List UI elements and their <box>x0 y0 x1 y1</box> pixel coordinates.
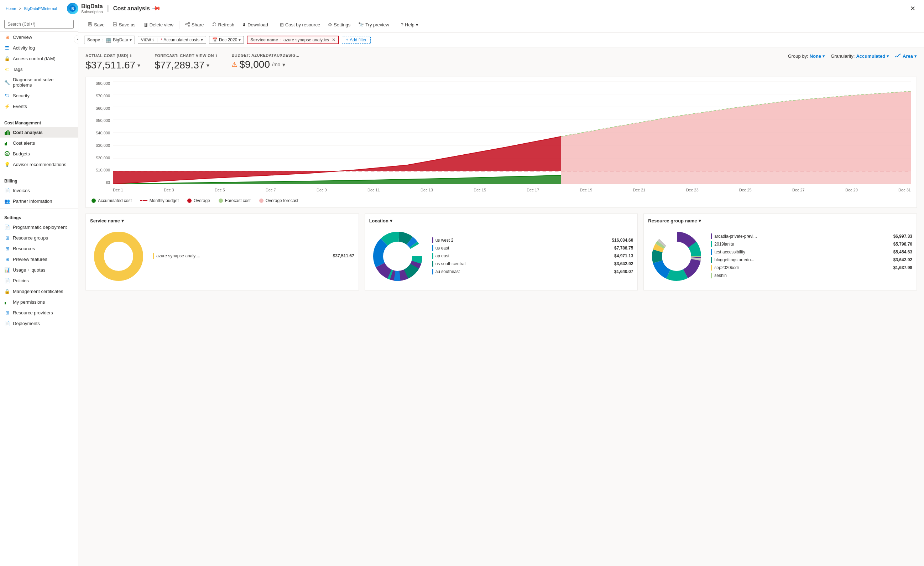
help-button[interactable]: ? Help ▾ <box>398 21 422 29</box>
breadcrumb-home[interactable]: Home <box>6 6 16 11</box>
group-controls: Group by: None ▾ Granularity: Accumulate… <box>788 53 917 59</box>
stats-row: ACTUAL COST (USD) ℹ $37,511.67 ▾ FORECAS… <box>86 53 917 71</box>
sidebar-item-tags[interactable]: 🏷 Tags <box>0 64 78 74</box>
cost-by-resource-button[interactable]: ⊞ Cost by resource <box>276 21 324 29</box>
try-preview-button[interactable]: 🔭 Try preview <box>355 21 393 29</box>
sidebar-item-overview[interactable]: ⊞ Overview <box>0 32 78 42</box>
rg-bloggetting-value: $3,642.92 <box>893 257 912 262</box>
sidebar-label-cost-alerts: Cost alerts <box>13 140 35 146</box>
sidebar-item-mgmt-certs[interactable]: 🔒 Management certificates <box>0 286 78 297</box>
sidebar-item-events[interactable]: ⚡ Events <box>0 101 78 111</box>
y-label-70k: $70,000 <box>96 94 110 98</box>
sidebar-item-my-permissions[interactable]: My permissions <box>0 297 78 307</box>
sidebar-label-policies: Policies <box>13 278 29 283</box>
cost-management-section-label: Cost Management <box>0 116 78 127</box>
sidebar-item-cost-alerts[interactable]: Cost alerts <box>0 138 78 148</box>
billing-section-label: Billing <box>0 174 78 185</box>
sidebar-search-area <box>0 17 78 32</box>
donut-header-location[interactable]: Location ▾ <box>369 218 633 223</box>
top-bar: Home > BigDataPMInternal B BigData Subsc… <box>0 0 924 17</box>
donut-header-resource-group[interactable]: Resource group name ▾ <box>648 218 912 223</box>
date-filter[interactable]: 📅 Dec 2020 ▾ <box>209 36 244 44</box>
legend-dot-overage-forecast <box>259 199 264 203</box>
sidebar-item-security[interactable]: 🛡 Security <box>0 90 78 101</box>
breadcrumb-sub[interactable]: BigDataPMInternal <box>24 6 57 11</box>
sidebar-item-partner-info[interactable]: 👥 Partner information <box>0 196 78 206</box>
donut-legend-service: azure synapse analyt... $37,511.67 <box>153 253 354 261</box>
download-button[interactable]: ⬇ Download <box>238 21 272 29</box>
svg-rect-4 <box>8 130 9 135</box>
settings-button[interactable]: ⚙ Settings <box>324 21 354 29</box>
donut-content-service: azure synapse analyt... $37,511.67 <box>90 228 354 286</box>
sidebar-item-diagnose[interactable]: 🔧 Diagnose and solve problems <box>0 74 78 90</box>
actual-cost-arrow[interactable]: ▾ <box>138 62 140 69</box>
svg-line-17 <box>187 23 188 24</box>
sidebar-item-invoices[interactable]: 📄 Invoices <box>0 185 78 196</box>
svg-rect-7 <box>6 142 7 145</box>
donut-chevron-resource-group: ▾ <box>699 218 701 223</box>
sidebar-item-advisor[interactable]: 💡 Advisor recommendations <box>0 159 78 170</box>
service-filter-close[interactable]: ✕ <box>332 38 335 42</box>
granularity-value: Accumulated <box>856 53 885 59</box>
close-button[interactable]: ✕ <box>907 2 918 15</box>
budget-arrow[interactable]: ▾ <box>282 61 285 68</box>
save-as-button[interactable]: Save as <box>109 20 139 29</box>
legend-dot-overage <box>187 199 192 203</box>
partner-info-icon: 👥 <box>4 198 10 204</box>
legend-dot-forecast <box>219 199 223 203</box>
service-filter-label: Service name <box>250 38 278 42</box>
loc-ausoutheast: au southeast $1,640.07 <box>432 269 633 274</box>
sidebar-item-preview-features[interactable]: ⊞ Preview features <box>0 254 78 265</box>
donut-header-service[interactable]: Service name ▾ <box>90 218 354 223</box>
area-control[interactable]: Area ▾ <box>895 53 917 59</box>
search-input[interactable] <box>4 20 74 29</box>
legend-label-budget: Monthly budget <box>150 198 179 203</box>
save-button[interactable]: Save <box>84 20 108 29</box>
y-label-10k: $10,000 <box>96 168 110 172</box>
pin-icon[interactable]: 📌 <box>152 3 161 14</box>
sidebar-item-activity-log[interactable]: ☰ Activity log <box>0 42 78 53</box>
sidebar-item-deployments[interactable]: 📄 Deployments <box>0 318 78 329</box>
loc-useast-value: $7,788.75 <box>614 245 633 251</box>
sidebar-item-usage-quotas[interactable]: 📊 Usage + quotas <box>0 265 78 275</box>
deployments-icon: 📄 <box>4 321 10 326</box>
rg-arcadia-bar <box>711 233 712 239</box>
forecast-arrow[interactable]: ▾ <box>207 62 209 69</box>
donuts-row: Service name ▾ <box>86 214 917 291</box>
chart-container: $80,000 $70,000 $60,000 $50,000 $40,000 … <box>86 77 917 208</box>
svg-rect-12 <box>89 23 91 24</box>
share-button[interactable]: Share <box>182 20 208 29</box>
download-icon: ⬇ <box>242 22 246 27</box>
scope-filter[interactable]: Scope : 🏢 BigData ▾ <box>84 36 135 44</box>
rg-test-value: $5,454.63 <box>893 250 912 254</box>
granularity-control[interactable]: Granularity: Accumulated ▾ <box>831 53 889 59</box>
group-by-control[interactable]: Group by: None ▾ <box>788 53 825 59</box>
sidebar-item-access-control[interactable]: 🔒 Access control (IAM) <box>0 53 78 64</box>
view-separator-left: | <box>157 38 158 42</box>
loc-apeast: ap east $4,971.13 <box>432 253 633 259</box>
x-dec9: Dec 9 <box>316 188 327 192</box>
sidebar-item-budgets[interactable]: $ Budgets <box>0 148 78 159</box>
sidebar-item-programmatic[interactable]: 📄 Programmatic deployment <box>0 222 78 232</box>
sidebar-item-resource-providers[interactable]: ⊞ Resource providers <box>0 307 78 318</box>
add-filter-button[interactable]: + Add filter <box>342 36 370 44</box>
security-icon: 🛡 <box>4 93 10 98</box>
loc-au-value: $1,640.07 <box>614 269 633 274</box>
view-filter[interactable]: VIEW ℹ | * Accumulated costs ▾ <box>138 36 206 44</box>
resources-icon: ⊞ <box>4 245 10 251</box>
legend-overage-forecast: Overage forecast <box>259 198 298 203</box>
title-separator: | <box>107 4 109 12</box>
rg-sep2020bcdr: sep2020bcdr $1,637.98 <box>711 265 912 271</box>
refresh-button[interactable]: Refresh <box>208 20 238 29</box>
sidebar-item-policies[interactable]: 📄 Policies <box>0 275 78 286</box>
sidebar-item-cost-analysis[interactable]: Cost analysis <box>0 127 78 138</box>
forecast-stat: FORECAST: CHART VIEW ON ℹ $77,289.37 ▾ <box>154 53 217 71</box>
donut-title-service: Service name <box>90 218 120 223</box>
service-filter[interactable]: Service name : azure synapse analytics ✕ <box>247 36 339 44</box>
sidebar-item-resource-groups[interactable]: ⊞ Resource groups <box>0 232 78 243</box>
y-label-20k: $20,000 <box>96 156 110 160</box>
date-value: Dec 2020 <box>219 38 237 42</box>
legend-monthly-budget: Monthly budget <box>140 198 179 203</box>
sidebar-item-resources[interactable]: ⊞ Resources <box>0 243 78 254</box>
delete-view-button[interactable]: 🗑 Delete view <box>140 21 177 29</box>
